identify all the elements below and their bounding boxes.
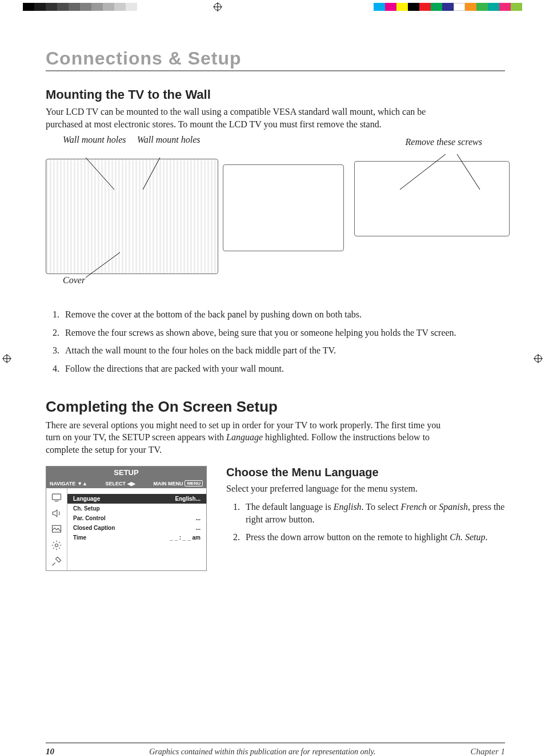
page-footer: 10 Graphics contained within this public… <box>46 742 505 756</box>
section-heading-onscreen: Completing the On Screen Setup <box>46 398 505 416</box>
leader-lines <box>46 138 514 287</box>
osd-menu-list: LanguageEnglish... Ch. Setup Par. Contro… <box>67 488 206 570</box>
footer-note: Graphics contained within this publicati… <box>54 747 471 756</box>
osd-setup-panel: SETUP NAVIGATE ▼▲ SELECT ◀▶ MAIN MENU ME… <box>46 466 207 571</box>
menu-pill: MENU <box>185 480 203 486</box>
section-heading-language: Choose the Menu Language <box>226 466 505 479</box>
osd-title: SETUP <box>46 467 206 478</box>
text-emphasis: Language <box>226 432 263 442</box>
osd-row-language: LanguageEnglish... <box>67 494 206 504</box>
osd-row-time: Time_ _ : _ _ am <box>67 533 206 542</box>
registration-mark-icon <box>213 2 222 11</box>
svg-line-10 <box>143 158 160 190</box>
osd-mainmenu-label: MAIN MENU <box>153 481 183 486</box>
mounting-intro: Your LCD TV can be mounted to the wall u… <box>46 106 457 130</box>
list-item: Attach the wall mount to the four holes … <box>62 344 481 357</box>
onscreen-intro: There are several options you might need… <box>46 419 457 456</box>
svg-line-11 <box>86 252 120 278</box>
section-heading-mounting: Mounting the TV to the Wall <box>46 87 505 102</box>
osd-icon-column <box>46 488 67 570</box>
picture-icon <box>50 524 63 535</box>
svg-point-17 <box>55 544 58 547</box>
printer-color-bar <box>0 0 545 14</box>
svg-line-9 <box>86 158 114 190</box>
page-number: 10 <box>46 747 54 756</box>
tv-icon <box>50 492 63 503</box>
mounting-diagram: Wall mount holes Wall mount holes Remove… <box>46 138 505 298</box>
osd-hint-bar: NAVIGATE ▼▲ SELECT ◀▶ MAIN MENU MENU <box>46 478 206 488</box>
osd-row-chsetup: Ch. Setup <box>67 504 206 513</box>
chapter-label: Chapter 1 <box>471 747 505 756</box>
grayscale-swatches <box>23 3 137 11</box>
mounting-steps: Remove the cover at the bottom of the ba… <box>46 308 481 375</box>
osd-nav-label: NAVIGATE <box>50 481 75 486</box>
tools-icon <box>50 556 63 567</box>
list-item: The default language is English. To sele… <box>242 501 505 525</box>
speaker-icon <box>50 508 63 519</box>
language-steps: The default language is English. To sele… <box>226 501 505 544</box>
list-item: Remove the cover at the bottom of the ba… <box>62 308 481 321</box>
list-item: Press the down arrow button on the remot… <box>242 531 505 544</box>
page-title: Connections & Setup <box>46 48 505 71</box>
osd-select-label: SELECT <box>105 481 126 486</box>
svg-line-12 <box>400 154 446 190</box>
color-swatches <box>374 3 522 11</box>
gear-icon <box>50 540 63 551</box>
svg-line-13 <box>457 154 480 190</box>
osd-row-closedcaption: Closed Caption... <box>67 523 206 533</box>
osd-row-parcontrol: Par. Control... <box>67 513 206 523</box>
language-intro: Select your preferred language for the m… <box>226 482 505 495</box>
svg-rect-14 <box>53 494 61 500</box>
list-item: Remove the four screws as shown above, b… <box>62 327 481 339</box>
list-item: Follow the directions that are packed wi… <box>62 363 481 375</box>
